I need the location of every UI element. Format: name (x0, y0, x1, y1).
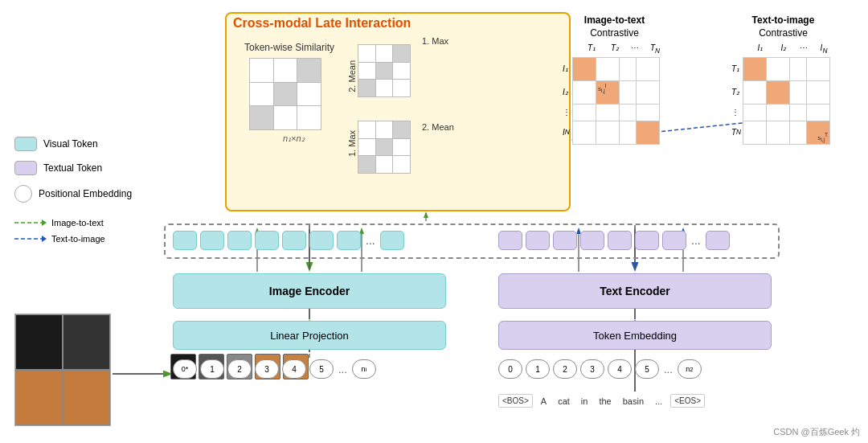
t2i-col-IN: IN (813, 43, 835, 56)
mc-1-1 (250, 59, 273, 82)
textual-token-label: Textual Token (43, 162, 102, 174)
annot-1max-bot: 1. Max (347, 130, 357, 157)
m2-3-1 (358, 80, 375, 96)
pos-tok-1: 1 (200, 359, 224, 379)
v-tok-3 (227, 231, 252, 250)
t2i-matrix-area: T₁ T₂ ⋮ TN si,jT (731, 57, 835, 145)
matrix-reduced-bot (358, 121, 411, 174)
n1n2-label: n₁×n₂ (283, 133, 305, 144)
pos-tok-0star: 0* (173, 359, 197, 379)
t2i-row-T1: T₁ (731, 57, 741, 80)
crossmodal-title: Cross-modal Late Interaction (233, 16, 411, 31)
tok-a: A (538, 395, 550, 408)
m3-3-1 (358, 156, 375, 173)
text-encoder-box: Text Encoder (498, 273, 772, 309)
pos-txt-tok-1: 1 (526, 359, 550, 379)
t2i-col-I2: I₂ (772, 43, 795, 56)
m2-3-2 (376, 80, 393, 96)
v-tok-n (380, 231, 404, 250)
t2i-cell-1-1 (767, 81, 789, 104)
i2t-cell-3-1 (596, 121, 619, 144)
legend-visual-token: Visual Token (14, 137, 132, 151)
i2t-matrix: si,jI (572, 57, 660, 145)
i2t-cell-0-3 (637, 58, 659, 80)
pos-tok-3: 3 (255, 359, 279, 379)
t2i-cell-3-0 (743, 121, 766, 144)
m2-2-1 (358, 63, 375, 80)
tok-the: the (596, 395, 614, 408)
i2t-cell-1-1: si,jI (596, 81, 619, 104)
legend-i2t-label: Image-to-text (51, 218, 104, 228)
pos-txt-tok-n2: n2 (678, 359, 702, 379)
t2i-cell-1-3 (807, 81, 829, 104)
text-encoder-label: Text Encoder (600, 285, 670, 297)
m3-1-3 (393, 121, 410, 138)
i2t-cell-1-2 (620, 81, 636, 104)
i2t-cell-3-0 (573, 121, 596, 144)
i2t-cell-0-0 (573, 58, 596, 80)
svg-marker-1 (42, 219, 47, 226)
pos-tok-4: 4 (282, 359, 306, 379)
t2i-cell-0-0 (743, 58, 766, 80)
visual-token-box (14, 137, 37, 151)
t-tok-4 (580, 231, 604, 250)
m2-1-2 (376, 45, 393, 62)
m2-2-3 (393, 63, 410, 80)
mc-3-2 (274, 106, 297, 129)
t-tok-2 (526, 231, 550, 250)
i2t-cell-1-0 (573, 81, 596, 104)
v-tok-5 (282, 231, 306, 250)
t2i-subtitle: Contrastive (731, 27, 835, 39)
m2-1-3 (393, 45, 410, 62)
tok-bos: <BOS> (498, 394, 533, 408)
v-tok-6 (309, 231, 334, 250)
t2i-col-headers: I₁ I₂ ⋯ IN (749, 43, 835, 56)
sij-img-label: si,jI (598, 83, 607, 93)
t2i-cell-3-3: si,jT (807, 121, 829, 144)
t-tok-7 (662, 231, 686, 250)
t-tok-5 (608, 231, 632, 250)
annot-2mean-bot: 2. Mean (422, 122, 454, 132)
linear-projection-label: Linear Projection (270, 330, 349, 342)
i2t-col-T1: T₁ (580, 43, 603, 56)
m3-2-2 (376, 139, 393, 156)
i2t-cell-3-2 (620, 121, 636, 144)
pos-tok-2: 2 (227, 359, 252, 379)
token-wise-similarity-label: Token-wise Similarity (244, 42, 334, 53)
pos-txt-tok-3: 3 (580, 359, 604, 379)
pos-tokens-text: 0 1 2 3 4 5 ... n2 (498, 359, 702, 379)
pos-tok-5: 5 (309, 359, 334, 379)
cat-cell-3 (15, 370, 63, 425)
t2i-title: Text-to-image (731, 14, 835, 26)
v-tok-4 (255, 231, 279, 250)
positional-embedding-label: Positional Embedding (39, 188, 132, 199)
i2t-row-headers: I₁ I₂ ⋮ IN (563, 57, 571, 145)
tok-ellipsis: ... (652, 395, 665, 408)
tok-eos: <EOS> (670, 394, 705, 408)
m3-2-1 (358, 139, 375, 156)
v-tok-2 (200, 231, 224, 250)
mc-1-2 (274, 59, 297, 82)
t2i-cell-2-2 (790, 105, 806, 121)
token-embedding-label: Token Embedding (593, 330, 677, 342)
svg-marker-3 (42, 236, 47, 242)
pos-txt-tok-4: 4 (608, 359, 632, 379)
visual-token-label: Visual Token (43, 138, 98, 150)
t2i-col-I1: I₁ (749, 43, 772, 56)
matrix-token-wise (249, 58, 321, 130)
t2i-cell-0-3 (807, 58, 829, 80)
cat-image (14, 314, 111, 426)
t2i-cell-3-2 (790, 121, 806, 144)
i2t-col-TN: TN (644, 43, 666, 56)
annot-2mean-top: 2. Mean (347, 60, 357, 92)
cat-cell-1 (15, 314, 63, 370)
pos-txt-ellipsis: ... (664, 363, 673, 375)
t2i-row-dots: ⋮ (731, 104, 741, 120)
annot-1max-top: 1. Max (422, 36, 448, 46)
m2-3-3 (393, 80, 410, 96)
watermark: CSDN @百炼Geek 灼 (773, 426, 860, 438)
i2t-section: Image-to-text Contrastive T₁ T₂ ⋯ TN I₁ … (563, 14, 666, 145)
t2i-col-dots: ⋯ (796, 43, 812, 56)
i2t-col-T2: T₂ (604, 43, 626, 56)
tok-basin: basin (620, 395, 647, 408)
